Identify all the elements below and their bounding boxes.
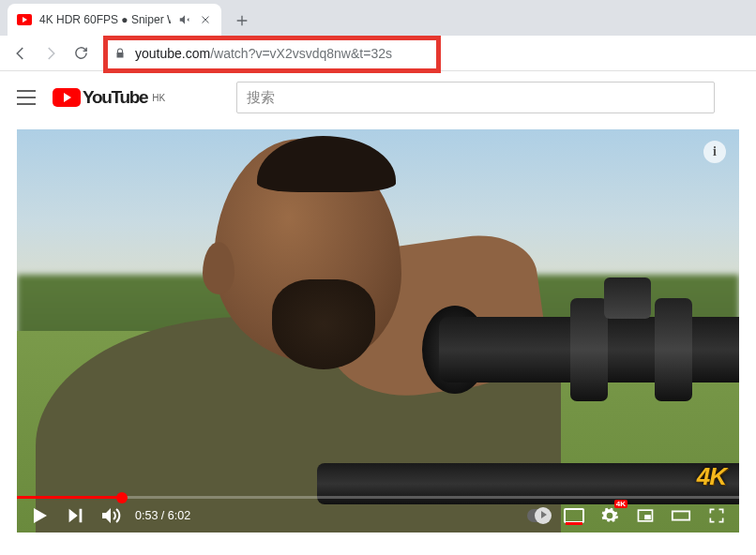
subtitles-button[interactable] [563, 504, 585, 527]
video-frame [17, 129, 739, 532]
tab-title: 4K HDR 60FPS ● Sniper Wil [39, 13, 171, 26]
settings-quality-badge: 4K [614, 500, 627, 508]
menu-icon[interactable] [15, 86, 38, 109]
settings-button[interactable]: 4K [598, 504, 621, 527]
browser-tab[interactable]: 4K HDR 60FPS ● Sniper Wil [8, 4, 221, 36]
player-controls: 0:53 / 6:02 4K [17, 499, 739, 532]
theater-button[interactable] [670, 504, 692, 527]
svg-rect-2 [673, 511, 689, 519]
next-button[interactable] [64, 504, 86, 527]
reload-button[interactable] [68, 40, 94, 67]
close-tab-icon[interactable] [199, 13, 212, 26]
info-card-icon[interactable]: i [703, 141, 726, 163]
youtube-logo[interactable]: YouTube HK [53, 87, 165, 108]
video-player[interactable]: 4K i 0:53 / 6:02 4K [17, 129, 739, 532]
new-tab-button[interactable] [229, 8, 255, 34]
mute-icon[interactable] [178, 13, 191, 26]
miniplayer-button[interactable] [634, 504, 657, 527]
fullscreen-button[interactable] [705, 504, 728, 527]
volume-button[interactable] [99, 504, 122, 527]
4k-watermark: 4K [697, 462, 726, 491]
autoplay-toggle[interactable] [527, 504, 550, 527]
forward-button[interactable] [38, 40, 64, 67]
address-bar[interactable]: youtube.com/watch?v=vX2vsvdq8nw&t=32s [103, 39, 748, 68]
svg-rect-1 [644, 515, 651, 519]
browser-tab-strip: 4K HDR 60FPS ● Sniper Wil [0, 0, 756, 36]
search-input[interactable]: 搜索 [236, 82, 715, 113]
youtube-logo-icon [53, 88, 81, 107]
lock-icon [114, 48, 126, 59]
time-display: 0:53 / 6:02 [135, 509, 190, 522]
youtube-region-label: HK [152, 93, 165, 103]
youtube-logo-text: YouTube [83, 87, 147, 108]
youtube-favicon-icon [17, 14, 32, 25]
back-button[interactable] [8, 40, 34, 67]
youtube-header: YouTube HK 搜索 [0, 71, 756, 124]
browser-toolbar: youtube.com/watch?v=vX2vsvdq8nw&t=32s [0, 36, 756, 71]
play-button[interactable] [28, 504, 51, 527]
url-text: youtube.com/watch?v=vX2vsvdq8nw&t=32s [135, 46, 392, 61]
